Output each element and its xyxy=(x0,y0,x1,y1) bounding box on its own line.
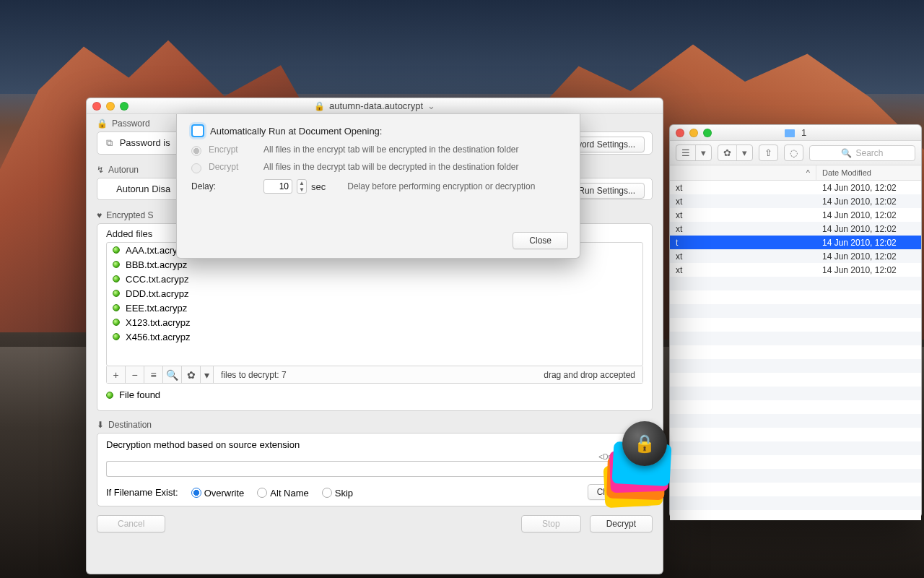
status-led-icon xyxy=(113,261,120,268)
status-led-icon xyxy=(113,246,120,254)
finder-file-list[interactable]: xt14 Jun 2010, 12:02xt14 Jun 2010, 12:02… xyxy=(670,181,921,520)
file-row[interactable]: X456.txt.acrypz xyxy=(107,329,642,344)
file-row[interactable]: EEE.txt.acrypz xyxy=(107,301,642,315)
search-files-button[interactable]: 🔍 xyxy=(163,366,182,383)
file-count-label: files to decrypt: 7 xyxy=(221,370,287,380)
close-button[interactable]: Close xyxy=(513,232,568,249)
lock-icon: 🔒 xyxy=(97,118,108,129)
copy-icon: ⧉ xyxy=(106,137,113,148)
list-options-button[interactable]: ≡ xyxy=(144,366,163,383)
altname-radio[interactable]: Alt Name xyxy=(257,486,308,499)
destination-panel: Decryption method based on source extens… xyxy=(97,433,653,506)
window-title: 🔒 autumn-data.autocrypt⌄ xyxy=(87,100,663,111)
tags-button[interactable]: ◌ xyxy=(784,144,803,161)
remove-file-button[interactable]: − xyxy=(126,366,144,383)
status-led-icon xyxy=(113,319,120,326)
overwrite-radio[interactable]: Overwrite xyxy=(191,486,245,499)
file-found-status: File found xyxy=(97,384,652,406)
delay-description: Delay before performing encryption or de… xyxy=(347,181,535,191)
autorun-status: Autorun Disa xyxy=(116,184,170,194)
view-mode-segment[interactable]: ☰▾ xyxy=(676,144,712,161)
app-icon-stack: 🔒 xyxy=(603,421,670,508)
file-name: EEE.txt.acrypz xyxy=(126,303,187,314)
dragdrop-hint: drag and drop accepted xyxy=(544,370,635,380)
status-led-icon xyxy=(113,290,120,297)
file-list[interactable]: AAA.txt.acrypzBBB.txt.acrypzCCC.txt.acry… xyxy=(106,242,643,366)
folder-icon xyxy=(785,129,795,137)
encrypt-radio: Encrypt xyxy=(191,144,242,155)
file-row[interactable]: BBB.txt.acrypz xyxy=(107,257,642,272)
finder-row[interactable]: xt14 Jun 2010, 12:02 xyxy=(670,263,921,277)
file-name: X123.txt.acrypz xyxy=(126,317,191,328)
status-led-icon xyxy=(113,275,120,282)
file-name: DDD.txt.acrypz xyxy=(126,288,188,299)
destination-section-header: ⬇ Destination xyxy=(87,415,663,431)
add-file-button[interactable]: + xyxy=(107,366,126,383)
auto-run-headline: Automatically Run at Document Opening: xyxy=(210,126,382,137)
search-icon: 🔍 xyxy=(841,148,852,158)
autorun-icon: ↯ xyxy=(97,165,104,175)
dragdrop-tag: <Drag&Drop> xyxy=(106,453,643,461)
file-row[interactable]: X123.txt.acrypz xyxy=(107,315,642,329)
action-menu[interactable]: ✿▾ xyxy=(718,144,753,161)
if-exist-label: If Filename Exist: xyxy=(106,487,178,498)
file-name: BBB.txt.acrypz xyxy=(126,259,187,270)
delay-input[interactable] xyxy=(263,179,292,194)
cancel-button[interactable]: Cancel xyxy=(97,515,165,532)
name-column-header[interactable]: ^ xyxy=(670,165,816,180)
finder-row[interactable]: xt14 Jun 2010, 12:02 xyxy=(670,208,921,222)
status-led-icon xyxy=(113,333,120,340)
file-name: CCC.txt.acrypz xyxy=(126,274,188,285)
file-list-toolbar: + − ≡ 🔍 ✿ ▾ files to decrypt: 7 drag and… xyxy=(106,366,643,384)
document-lock-icon: 🔒 xyxy=(314,101,325,111)
decrypt-button[interactable]: Decrypt xyxy=(590,515,653,532)
skip-radio[interactable]: Skip xyxy=(322,486,353,499)
decrypt-description: All files in the decrypt tab will be dec… xyxy=(263,162,519,172)
status-led-icon xyxy=(106,392,113,399)
main-titlebar[interactable]: 🔒 autumn-data.autocrypt⌄ xyxy=(87,98,663,114)
decrypt-method-label: Decryption method based on source extens… xyxy=(106,439,643,450)
finder-row[interactable]: xt14 Jun 2010, 12:02 xyxy=(670,181,921,194)
arrow-down-icon: ⬇ xyxy=(97,420,104,430)
delay-stepper[interactable]: ▲▼ xyxy=(297,179,307,194)
heart-icon: ♥ xyxy=(97,210,102,220)
settings-gear-button[interactable]: ✿ xyxy=(182,366,201,383)
encrypt-description: All files in the encrypt tab will be enc… xyxy=(263,144,519,155)
lock-circle-icon: 🔒 xyxy=(622,421,667,466)
status-led-icon xyxy=(113,304,120,311)
finder-search-input[interactable]: 🔍 Search xyxy=(809,145,915,161)
finder-row[interactable]: xt14 Jun 2010, 12:02 xyxy=(670,194,921,208)
finder-row[interactable]: xt14 Jun 2010, 12:02 xyxy=(670,249,921,263)
finder-row[interactable]: xt14 Jun 2010, 12:02 xyxy=(670,222,921,236)
delay-label: Delay: xyxy=(191,181,216,191)
dropdown-button[interactable]: ▾ xyxy=(201,366,214,383)
decrypt-radio: Decrypt xyxy=(191,162,242,172)
file-row[interactable]: DDD.txt.acrypz xyxy=(107,286,642,301)
date-column-header[interactable]: Date Modified xyxy=(816,165,921,180)
delay-unit: sec xyxy=(311,181,326,192)
finder-window: 1 ☰▾ ✿▾ ⇧ ◌ 🔍 Search ^ Date Modified xt1… xyxy=(669,124,922,518)
file-row[interactable]: CCC.txt.acrypz xyxy=(107,272,642,286)
destination-input[interactable] xyxy=(106,461,624,477)
finder-row[interactable]: t14 Jun 2010, 12:02 xyxy=(670,236,921,249)
password-status: Password is xyxy=(120,137,170,148)
share-button[interactable]: ⇧ xyxy=(759,144,778,161)
stop-button[interactable]: Stop xyxy=(521,515,581,532)
finder-titlebar[interactable]: 1 xyxy=(670,125,921,141)
file-name: X456.txt.acrypz xyxy=(126,332,191,342)
finder-title: 1 xyxy=(670,127,921,138)
auto-run-checkbox[interactable] xyxy=(191,124,204,137)
autorun-settings-sheet: Automatically Run at Document Opening: E… xyxy=(176,114,580,259)
